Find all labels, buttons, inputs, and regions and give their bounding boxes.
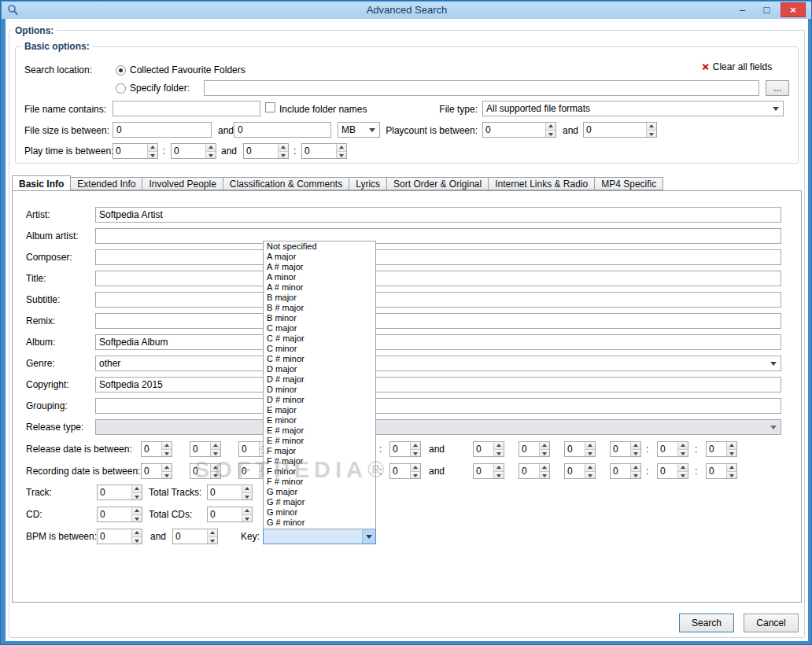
spinner-value[interactable]: 0 [142,464,161,478]
play-time-from-minutes-spinner[interactable]: 0 [171,143,216,159]
spin-down-icon[interactable] [585,450,595,457]
play-time-to-minutes-spinner[interactable]: 0 [301,143,347,159]
date-spinner[interactable]: 0 [389,441,421,457]
cancel-button[interactable]: Cancel [744,614,799,632]
spin-up-icon[interactable] [647,123,656,131]
spin-up-icon[interactable] [206,144,216,152]
spin-up-icon[interactable] [411,442,420,450]
spin-down-icon[interactable] [540,450,549,457]
album-artist-input[interactable] [95,228,781,244]
spinner-value[interactable]: 0 [239,442,259,456]
spin-down-icon[interactable] [631,472,640,479]
key-dropdown-item[interactable]: E minor [264,415,375,426]
spinner-value[interactable]: 0 [173,529,207,544]
spin-down-icon[interactable] [494,472,504,479]
spinner-value[interactable]: 0 [658,442,677,456]
maximize-button[interactable]: □ [756,2,777,17]
spinner-value[interactable]: 0 [565,442,585,456]
spinner-value[interactable]: 0 [208,485,242,499]
key-dropdown-item[interactable]: E # minor [264,436,375,446]
key-dropdown-item[interactable]: A major [264,252,375,262]
spinner-value[interactable]: 0 [208,507,242,522]
composer-input[interactable] [95,249,781,265]
release-type-combo[interactable] [95,419,781,435]
date-spinner[interactable]: 0 [190,441,221,457]
spin-up-icon[interactable] [242,507,252,515]
key-combo[interactable] [263,529,376,544]
key-dropdown-item[interactable]: F # minor [264,477,375,487]
spin-down-icon[interactable] [540,472,549,479]
spin-down-icon[interactable] [678,450,688,457]
spinner-value[interactable]: 0 [172,144,205,158]
spin-down-icon[interactable] [242,493,252,500]
spin-up-icon[interactable] [494,464,504,472]
spin-down-icon[interactable] [242,515,252,522]
spin-down-icon[interactable] [546,131,555,138]
key-dropdown-item[interactable]: C # major [264,334,375,344]
key-dropdown-item[interactable]: D major [264,364,375,374]
tab-extended-info[interactable]: Extended Info [70,177,142,190]
spinner-value[interactable]: 0 [98,507,131,522]
spin-up-icon[interactable] [162,464,172,472]
tab-lyrics[interactable]: Lyrics [349,177,387,190]
key-dropdown-item[interactable]: A # minor [264,282,375,293]
specify-folder-input[interactable] [204,80,759,96]
spin-down-icon[interactable] [647,131,656,138]
key-dropdown-item[interactable]: C minor [264,344,375,354]
spinner-value[interactable]: 0 [611,464,630,478]
tab-basic-info[interactable]: Basic Info [12,175,71,191]
genre-combo[interactable]: other [95,356,781,371]
spin-down-icon[interactable] [279,152,288,159]
spin-down-icon[interactable] [631,450,640,457]
spin-down-icon[interactable] [337,152,346,159]
grouping-input[interactable] [95,398,781,414]
playcount-from-spinner[interactable]: 0 [482,122,556,138]
spin-up-icon[interactable] [411,464,420,472]
spinner-value[interactable]: 0 [483,123,545,137]
spin-down-icon[interactable] [727,450,736,457]
spinner-value[interactable]: 0 [190,464,210,478]
chevron-down-icon[interactable] [770,101,783,116]
file-type-combo[interactable]: All supported file formats [482,101,784,116]
spinner-value[interactable]: 0 [519,464,539,478]
spin-up-icon[interactable] [678,464,688,472]
spin-up-icon[interactable] [132,485,142,493]
chevron-down-icon[interactable] [362,529,375,544]
spin-up-icon[interactable] [132,507,142,515]
spin-down-icon[interactable] [211,472,220,479]
file-size-from-input[interactable] [113,122,212,138]
key-dropdown-item[interactable]: D # major [264,374,375,385]
spin-up-icon[interactable] [162,442,172,450]
key-dropdown-item[interactable]: G minor [264,507,375,518]
spin-down-icon[interactable] [208,537,217,544]
bpm-to-spinner[interactable]: 0 [172,529,218,544]
clear-all-fields-button[interactable]: × Clear all fields [702,61,772,72]
date-spinner[interactable]: 0 [473,441,504,457]
spin-up-icon[interactable] [631,442,640,450]
spin-up-icon[interactable] [211,442,220,450]
tab-classification-comments[interactable]: Classification & Comments [223,177,349,190]
tab-involved-people[interactable]: Involved People [142,177,223,190]
tab-internet-links-radio[interactable]: Internet Links & Radio [488,177,595,190]
spinner-value[interactable]: 0 [474,464,493,478]
spin-down-icon[interactable] [411,450,420,457]
titlebar[interactable]: Advanced Search – □ × [2,2,812,19]
key-dropdown-item[interactable]: F # major [264,456,375,466]
spinner-value[interactable]: 0 [658,464,677,478]
close-button[interactable]: × [781,2,806,17]
spin-up-icon[interactable] [494,442,504,450]
date-spinner[interactable]: 0 [610,441,641,457]
spin-up-icon[interactable] [337,144,346,152]
total-tracks-spinner[interactable]: 0 [207,485,253,500]
date-spinner[interactable]: 0 [657,441,688,457]
date-spinner[interactable]: 0 [564,441,596,457]
spin-up-icon[interactable] [540,442,549,450]
key-dropdown-item[interactable]: B # major [264,303,375,313]
total-cds-spinner[interactable]: 0 [207,507,253,522]
cd-spinner[interactable]: 0 [97,507,142,522]
key-dropdown-item[interactable]: D # minor [264,395,375,405]
spin-up-icon[interactable] [540,464,549,472]
key-dropdown-item[interactable]: G # major [264,497,375,507]
bpm-from-spinner[interactable]: 0 [97,529,142,544]
tab-mp4-specific[interactable]: MP4 Specific [594,177,663,190]
